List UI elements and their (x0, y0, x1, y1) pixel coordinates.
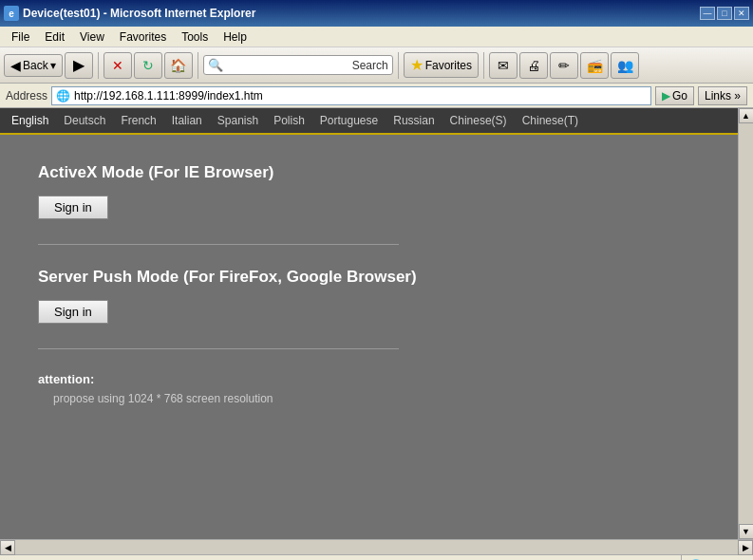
go-arrow-icon: ▶ (662, 89, 670, 103)
serverpush-section: Server Push Mode (For FireFox, Google Br… (38, 268, 700, 341)
lang-english[interactable]: English (11, 114, 48, 127)
edit-icon: ✏ (558, 58, 570, 73)
attention-text: propose using 1024 * 768 screen resoluti… (38, 392, 700, 405)
activex-section: ActiveX Mode (For IE Browser) Sign in (38, 163, 700, 236)
search-area[interactable]: 🔍 Search (203, 55, 393, 75)
stop-button[interactable]: ✕ (104, 52, 132, 79)
sep2 (198, 52, 198, 79)
menu-favorites[interactable]: Favorites (112, 28, 174, 46)
edit-button[interactable]: ✏ (550, 52, 578, 79)
address-label: Address (6, 89, 47, 103)
minimize-button[interactable]: — (700, 7, 715, 20)
divider-1 (38, 244, 399, 245)
window-controls: — □ ✕ (700, 7, 749, 20)
lang-russian[interactable]: Russian (393, 114, 434, 127)
search-icon: 🔍 (208, 58, 223, 72)
favorites-label: Favorites (425, 59, 472, 72)
menu-file[interactable]: File (4, 28, 37, 46)
sep4 (483, 52, 484, 79)
media-button[interactable]: 📻 (580, 52, 609, 79)
ie-icon: e (4, 6, 19, 21)
lang-spanish[interactable]: Spanish (217, 114, 258, 127)
links-label: Links » (705, 89, 741, 103)
address-icon: 🌐 (56, 89, 70, 103)
menu-view[interactable]: View (72, 28, 112, 46)
home-button[interactable]: 🏠 (164, 52, 193, 79)
menu-tools[interactable]: Tools (174, 28, 216, 46)
page-area: English Deutsch French Italian Spanish P… (0, 108, 738, 539)
people-button[interactable]: 👥 (611, 52, 639, 79)
attention-section: attention: propose using 1024 * 768 scre… (38, 372, 700, 405)
lang-chinese-s[interactable]: Chinese(S) (450, 114, 507, 127)
links-button[interactable]: Links » (698, 86, 747, 105)
scroll-up-button[interactable]: ▲ (739, 108, 754, 123)
refresh-button[interactable]: ↻ (134, 52, 162, 79)
back-label: Back (23, 59, 48, 72)
status-internet: 🌐 Internet (681, 555, 749, 560)
sep3 (398, 52, 399, 79)
back-button[interactable]: ◀ Back ▾ (4, 54, 63, 77)
mail-icon: ✉ (498, 58, 509, 73)
menu-help[interactable]: Help (216, 28, 254, 46)
language-nav: English Deutsch French Italian Spanish P… (0, 108, 738, 135)
lang-polish[interactable]: Polish (273, 114, 305, 127)
address-bar: Address 🌐 ▶ Go Links » (0, 84, 753, 108)
address-input-wrap: 🌐 (51, 86, 651, 105)
home-icon: 🏠 (170, 58, 186, 73)
page-body: ActiveX Mode (For IE Browser) Sign in Se… (0, 135, 738, 434)
forward-icon: ▶ (73, 56, 85, 74)
h-scroll-right-button[interactable]: ▶ (738, 540, 753, 555)
window-title: Device(test01) - Microsoft Internet Expl… (23, 7, 255, 20)
serverpush-signin-button[interactable]: Sign in (38, 300, 108, 324)
menu-bar: File Edit View Favorites Tools Help (0, 27, 753, 47)
back-icon: ◀ (10, 58, 21, 73)
go-label: Go (672, 89, 687, 103)
print-icon: 🖨 (527, 58, 540, 73)
toolbar: ◀ Back ▾ ▶ ✕ ↻ 🏠 🔍 Search ★ Favorites ✉ … (0, 47, 753, 84)
lang-portuguese[interactable]: Portuguese (320, 114, 378, 127)
refresh-icon: ↻ (142, 58, 154, 73)
search-label: Search (352, 59, 388, 72)
status-bar: Done 🌐 Internet (0, 554, 753, 560)
activex-title: ActiveX Mode (For IE Browser) (38, 163, 700, 182)
serverpush-title: Server Push Mode (For FireFox, Google Br… (38, 268, 700, 287)
scroll-track[interactable] (739, 123, 753, 524)
favorites-button[interactable]: ★ Favorites (404, 52, 479, 78)
close-button[interactable]: ✕ (734, 7, 749, 20)
search-input[interactable] (227, 59, 348, 72)
right-scrollbar: ▲ ▼ (738, 108, 753, 539)
lang-italian[interactable]: Italian (172, 114, 202, 127)
title-bar-left: e Device(test01) - Microsoft Internet Ex… (4, 6, 255, 21)
forward-button[interactable]: ▶ (65, 52, 93, 79)
address-input[interactable] (74, 89, 647, 103)
h-scrollbar: ◀ ▶ (0, 539, 753, 554)
lang-deutsch[interactable]: Deutsch (64, 114, 105, 127)
activex-signin-button[interactable]: Sign in (38, 196, 108, 219)
media-icon: 📻 (587, 58, 603, 73)
people-icon: 👥 (617, 58, 633, 73)
go-button[interactable]: ▶ Go (655, 86, 694, 105)
sep1 (98, 52, 99, 79)
star-icon: ★ (410, 56, 424, 74)
back-dropdown-icon: ▾ (50, 59, 56, 72)
maximize-button[interactable]: □ (717, 7, 732, 20)
menu-edit[interactable]: Edit (37, 28, 72, 46)
title-bar: e Device(test01) - Microsoft Internet Ex… (0, 0, 753, 27)
stop-icon: ✕ (112, 58, 123, 73)
scroll-down-button[interactable]: ▼ (739, 524, 754, 539)
h-scroll-track[interactable] (15, 540, 738, 554)
lang-chinese-t[interactable]: Chinese(T) (522, 114, 578, 127)
print-button[interactable]: 🖨 (519, 52, 548, 79)
mail-button[interactable]: ✉ (489, 52, 518, 79)
browser-content: English Deutsch French Italian Spanish P… (0, 108, 753, 539)
lang-french[interactable]: French (121, 114, 156, 127)
divider-2 (38, 348, 399, 349)
h-scroll-left-button[interactable]: ◀ (0, 540, 15, 555)
attention-label: attention: (38, 372, 700, 386)
